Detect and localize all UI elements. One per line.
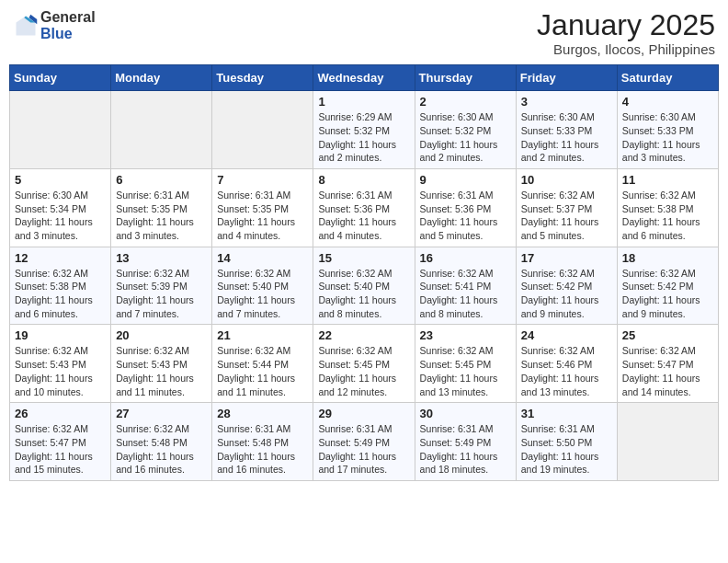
day-info: Sunrise: 6:31 AM Sunset: 5:48 PM Dayligh… xyxy=(217,422,308,477)
day-number: 3 xyxy=(521,95,612,109)
calendar-day-cell: 22Sunrise: 6:32 AM Sunset: 5:45 PM Dayli… xyxy=(313,325,415,403)
calendar-week-row: 12Sunrise: 6:32 AM Sunset: 5:38 PM Dayli… xyxy=(10,247,719,325)
calendar-day-cell: 11Sunrise: 6:32 AM Sunset: 5:38 PM Dayli… xyxy=(617,168,718,247)
day-number: 20 xyxy=(116,328,207,342)
calendar-day-cell xyxy=(212,91,313,169)
weekday-header-wednesday: Wednesday xyxy=(313,65,415,91)
day-info: Sunrise: 6:31 AM Sunset: 5:49 PM Dayligh… xyxy=(318,422,409,477)
logo-general-text: General xyxy=(40,9,96,26)
calendar-week-row: 26Sunrise: 6:32 AM Sunset: 5:47 PM Dayli… xyxy=(10,403,719,481)
calendar-day-cell xyxy=(617,403,718,481)
day-info: Sunrise: 6:32 AM Sunset: 5:44 PM Dayligh… xyxy=(217,344,308,398)
day-info: Sunrise: 6:32 AM Sunset: 5:38 PM Dayligh… xyxy=(15,267,106,321)
calendar-day-cell: 3Sunrise: 6:30 AM Sunset: 5:33 PM Daylig… xyxy=(516,91,617,169)
weekday-header-friday: Friday xyxy=(516,65,617,91)
calendar-day-cell: 7Sunrise: 6:31 AM Sunset: 5:35 PM Daylig… xyxy=(212,168,313,247)
day-number: 29 xyxy=(318,407,409,420)
calendar-day-cell: 9Sunrise: 6:31 AM Sunset: 5:36 PM Daylig… xyxy=(415,168,516,247)
calendar-day-cell: 21Sunrise: 6:32 AM Sunset: 5:44 PM Dayli… xyxy=(212,325,313,403)
day-info: Sunrise: 6:32 AM Sunset: 5:38 PM Dayligh… xyxy=(622,189,713,243)
calendar-title: January 2025 xyxy=(537,9,715,41)
calendar-day-cell: 15Sunrise: 6:32 AM Sunset: 5:40 PM Dayli… xyxy=(313,247,415,325)
calendar-day-cell: 13Sunrise: 6:32 AM Sunset: 5:39 PM Dayli… xyxy=(111,247,212,325)
day-number: 22 xyxy=(318,328,409,342)
day-number: 6 xyxy=(116,173,207,187)
day-number: 12 xyxy=(15,251,106,265)
calendar-day-cell: 29Sunrise: 6:31 AM Sunset: 5:49 PM Dayli… xyxy=(313,403,415,481)
calendar-day-cell: 5Sunrise: 6:30 AM Sunset: 5:34 PM Daylig… xyxy=(10,168,111,247)
day-info: Sunrise: 6:31 AM Sunset: 5:50 PM Dayligh… xyxy=(521,422,612,477)
day-number: 11 xyxy=(622,173,713,187)
calendar-day-cell: 14Sunrise: 6:32 AM Sunset: 5:40 PM Dayli… xyxy=(212,247,313,325)
day-number: 26 xyxy=(15,407,106,420)
weekday-header-tuesday: Tuesday xyxy=(212,65,313,91)
calendar-day-cell: 27Sunrise: 6:32 AM Sunset: 5:48 PM Dayli… xyxy=(111,403,212,481)
day-number: 31 xyxy=(521,407,612,420)
day-info: Sunrise: 6:32 AM Sunset: 5:43 PM Dayligh… xyxy=(15,344,106,398)
calendar-day-cell: 2Sunrise: 6:30 AM Sunset: 5:32 PM Daylig… xyxy=(415,91,516,169)
day-info: Sunrise: 6:32 AM Sunset: 5:42 PM Dayligh… xyxy=(521,267,612,321)
calendar-day-cell: 4Sunrise: 6:30 AM Sunset: 5:33 PM Daylig… xyxy=(617,91,718,169)
logo-icon xyxy=(13,13,39,39)
day-info: Sunrise: 6:29 AM Sunset: 5:32 PM Dayligh… xyxy=(318,110,409,165)
day-info: Sunrise: 6:30 AM Sunset: 5:33 PM Dayligh… xyxy=(521,110,612,165)
day-info: Sunrise: 6:31 AM Sunset: 5:36 PM Dayligh… xyxy=(318,189,409,243)
calendar-week-row: 19Sunrise: 6:32 AM Sunset: 5:43 PM Dayli… xyxy=(10,325,719,403)
day-number: 9 xyxy=(420,173,511,187)
day-info: Sunrise: 6:32 AM Sunset: 5:40 PM Dayligh… xyxy=(217,267,308,321)
logo-text: General Blue xyxy=(40,9,96,41)
calendar-day-cell: 19Sunrise: 6:32 AM Sunset: 5:43 PM Dayli… xyxy=(10,325,111,403)
calendar-day-cell: 28Sunrise: 6:31 AM Sunset: 5:48 PM Dayli… xyxy=(212,403,313,481)
day-info: Sunrise: 6:32 AM Sunset: 5:40 PM Dayligh… xyxy=(318,267,409,321)
day-number: 8 xyxy=(318,173,409,187)
calendar-day-cell: 31Sunrise: 6:31 AM Sunset: 5:50 PM Dayli… xyxy=(516,403,617,481)
calendar-day-cell: 20Sunrise: 6:32 AM Sunset: 5:43 PM Dayli… xyxy=(111,325,212,403)
day-number: 13 xyxy=(116,251,207,265)
day-info: Sunrise: 6:32 AM Sunset: 5:42 PM Dayligh… xyxy=(622,267,713,321)
day-number: 7 xyxy=(217,173,308,187)
calendar-day-cell: 25Sunrise: 6:32 AM Sunset: 5:47 PM Dayli… xyxy=(617,325,718,403)
day-number: 1 xyxy=(318,95,409,109)
day-info: Sunrise: 6:32 AM Sunset: 5:39 PM Dayligh… xyxy=(116,267,207,321)
title-block: January 2025 Burgos, Ilocos, Philippines xyxy=(537,9,715,57)
day-number: 14 xyxy=(217,251,308,265)
calendar-day-cell: 10Sunrise: 6:32 AM Sunset: 5:37 PM Dayli… xyxy=(516,168,617,247)
day-info: Sunrise: 6:30 AM Sunset: 5:34 PM Dayligh… xyxy=(15,189,106,243)
day-info: Sunrise: 6:30 AM Sunset: 5:33 PM Dayligh… xyxy=(622,110,713,165)
weekday-header-thursday: Thursday xyxy=(415,65,516,91)
calendar-day-cell xyxy=(10,91,111,169)
day-number: 18 xyxy=(622,251,713,265)
day-info: Sunrise: 6:32 AM Sunset: 5:41 PM Dayligh… xyxy=(420,267,511,321)
day-number: 24 xyxy=(521,328,612,342)
logo-blue-text: Blue xyxy=(40,26,96,42)
day-number: 23 xyxy=(420,328,511,342)
calendar-day-cell: 30Sunrise: 6:31 AM Sunset: 5:49 PM Dayli… xyxy=(415,403,516,481)
calendar-day-cell: 17Sunrise: 6:32 AM Sunset: 5:42 PM Dayli… xyxy=(516,247,617,325)
calendar-table: SundayMondayTuesdayWednesdayThursdayFrid… xyxy=(9,64,719,481)
day-info: Sunrise: 6:32 AM Sunset: 5:45 PM Dayligh… xyxy=(420,344,511,398)
page-header: General Blue January 2025 Burgos, Ilocos… xyxy=(9,9,719,57)
calendar-week-row: 5Sunrise: 6:30 AM Sunset: 5:34 PM Daylig… xyxy=(10,168,719,247)
weekday-header-row: SundayMondayTuesdayWednesdayThursdayFrid… xyxy=(10,65,719,91)
calendar-day-cell: 12Sunrise: 6:32 AM Sunset: 5:38 PM Dayli… xyxy=(10,247,111,325)
day-number: 5 xyxy=(15,173,106,187)
day-number: 27 xyxy=(116,407,207,420)
calendar-day-cell: 26Sunrise: 6:32 AM Sunset: 5:47 PM Dayli… xyxy=(10,403,111,481)
calendar-day-cell: 23Sunrise: 6:32 AM Sunset: 5:45 PM Dayli… xyxy=(415,325,516,403)
calendar-day-cell: 16Sunrise: 6:32 AM Sunset: 5:41 PM Dayli… xyxy=(415,247,516,325)
day-info: Sunrise: 6:32 AM Sunset: 5:45 PM Dayligh… xyxy=(318,344,409,398)
day-number: 10 xyxy=(521,173,612,187)
day-info: Sunrise: 6:31 AM Sunset: 5:36 PM Dayligh… xyxy=(420,189,511,243)
day-number: 4 xyxy=(622,95,713,109)
calendar-day-cell: 18Sunrise: 6:32 AM Sunset: 5:42 PM Dayli… xyxy=(617,247,718,325)
day-info: Sunrise: 6:30 AM Sunset: 5:32 PM Dayligh… xyxy=(420,110,511,165)
day-info: Sunrise: 6:31 AM Sunset: 5:35 PM Dayligh… xyxy=(116,189,207,243)
day-number: 25 xyxy=(622,328,713,342)
day-info: Sunrise: 6:31 AM Sunset: 5:35 PM Dayligh… xyxy=(217,189,308,243)
day-info: Sunrise: 6:32 AM Sunset: 5:46 PM Dayligh… xyxy=(521,344,612,398)
day-info: Sunrise: 6:32 AM Sunset: 5:48 PM Dayligh… xyxy=(116,422,207,477)
calendar-day-cell: 24Sunrise: 6:32 AM Sunset: 5:46 PM Dayli… xyxy=(516,325,617,403)
day-number: 16 xyxy=(420,251,511,265)
calendar-day-cell: 1Sunrise: 6:29 AM Sunset: 5:32 PM Daylig… xyxy=(313,91,415,169)
day-number: 15 xyxy=(318,251,409,265)
